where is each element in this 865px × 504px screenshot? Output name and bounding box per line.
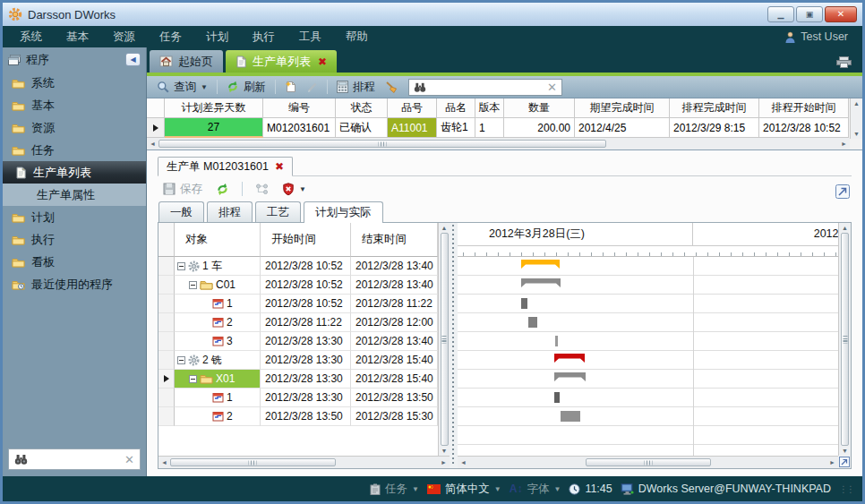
detail-tab-3[interactable]: 计划与实际 bbox=[304, 201, 383, 223]
collapse-expander-icon[interactable] bbox=[177, 356, 185, 364]
sidebar-item-7[interactable]: 执行 bbox=[3, 228, 146, 251]
minimize-button[interactable]: ▁ bbox=[767, 6, 794, 22]
menu-item-1[interactable]: 基本 bbox=[56, 27, 98, 47]
tree-horizontal-scrollbar[interactable]: ◄ ► bbox=[158, 456, 450, 468]
row-selector[interactable] bbox=[147, 118, 165, 138]
tree-column-header-0[interactable]: 对象 bbox=[175, 223, 261, 257]
close-tab-icon[interactable]: ✖ bbox=[318, 56, 327, 68]
scroll-right-icon[interactable]: ► bbox=[826, 459, 838, 466]
tab-0[interactable]: 起始页 bbox=[150, 50, 223, 73]
hierarchy-button[interactable] bbox=[252, 182, 272, 196]
gantt-popout-corner[interactable] bbox=[838, 456, 851, 468]
column-header-9[interactable]: 排程开始时间 bbox=[759, 98, 849, 118]
scrollbar-thumb[interactable] bbox=[441, 233, 449, 446]
column-header-0[interactable]: 计划差异天数 bbox=[165, 98, 263, 118]
clear-search-icon[interactable]: ✕ bbox=[124, 454, 134, 466]
tree-row-4[interactable]: 3 2012/3/28 13:30 2012/3/28 13:40 bbox=[158, 332, 438, 351]
sidebar-item-4[interactable]: 生产单列表 bbox=[3, 161, 146, 184]
grid-vertical-scrollbar[interactable]: ▲ ▼ bbox=[850, 98, 862, 139]
gantt-bar-task[interactable] bbox=[555, 336, 558, 346]
language-selector[interactable]: 简体中文 ▼ bbox=[427, 482, 501, 497]
detail-tab-0[interactable]: 一般 bbox=[158, 201, 204, 222]
column-header-5[interactable]: 版本 bbox=[475, 98, 504, 118]
popout-icon[interactable] bbox=[835, 184, 850, 199]
sidebar-search-input[interactable] bbox=[32, 453, 120, 466]
tab-1[interactable]: 生产单列表✖ bbox=[226, 50, 337, 73]
tree-vertical-scrollbar[interactable]: ▲ ▼ bbox=[438, 223, 450, 456]
tree-row-0[interactable]: 1 车 2012/3/28 10:52 2012/3/28 13:40 bbox=[158, 257, 438, 276]
sidebar-item-3[interactable]: 任务 bbox=[3, 139, 146, 161]
scroll-down-icon[interactable]: ▼ bbox=[839, 448, 851, 454]
collapse-sidebar-button[interactable]: ◀ bbox=[125, 53, 141, 66]
scroll-up-icon[interactable]: ▲ bbox=[439, 225, 450, 231]
scroll-up-icon[interactable]: ▲ bbox=[839, 225, 851, 231]
grid-search-input[interactable] bbox=[431, 81, 543, 93]
scrollbar-thumb[interactable] bbox=[841, 233, 849, 446]
collapse-expander-icon[interactable] bbox=[177, 262, 185, 270]
gantt-vertical-scrollbar[interactable]: ▲ ▼ bbox=[838, 223, 851, 456]
column-header-2[interactable]: 状态 bbox=[336, 98, 388, 118]
scrollbar-thumb[interactable] bbox=[170, 458, 336, 466]
tree-row-8[interactable]: 2 2012/3/28 13:50 2012/3/28 15:30 bbox=[158, 407, 438, 426]
tree-row-6[interactable]: X01 2012/3/28 13:30 2012/3/28 15:40 bbox=[158, 370, 438, 389]
user-box[interactable]: Test User bbox=[784, 30, 855, 43]
detail-refresh-button[interactable] bbox=[212, 181, 233, 198]
gantt-bar-task[interactable] bbox=[561, 411, 580, 422]
sidebar-item-2[interactable]: 资源 bbox=[3, 116, 146, 139]
tree-row-7[interactable]: 1 2012/3/28 13:30 2012/3/28 13:50 bbox=[158, 389, 438, 407]
printer-icon[interactable] bbox=[836, 56, 852, 68]
column-header-6[interactable]: 数量 bbox=[504, 98, 575, 118]
new-button[interactable] bbox=[281, 79, 300, 95]
scroll-right-icon[interactable]: ► bbox=[438, 459, 450, 466]
collapse-expander-icon[interactable] bbox=[189, 375, 197, 383]
close-detail-tab-icon[interactable]: ✖ bbox=[275, 160, 284, 173]
font-selector[interactable]: A↕ 字体 ▼ bbox=[510, 482, 561, 497]
gantt-bar-summary[interactable] bbox=[554, 354, 585, 363]
detail-tab-1[interactable]: 排程 bbox=[207, 201, 253, 222]
clean-button[interactable] bbox=[381, 79, 401, 95]
schedule-button[interactable]: 排程 bbox=[333, 78, 379, 97]
menu-item-2[interactable]: 资源 bbox=[103, 27, 145, 47]
splitter-handle[interactable] bbox=[450, 223, 458, 468]
gantt-bar-task[interactable] bbox=[521, 298, 527, 309]
scroll-left-icon[interactable]: ◄ bbox=[458, 459, 469, 466]
menu-item-4[interactable]: 计划 bbox=[196, 27, 238, 47]
validate-button[interactable]: ▼ bbox=[278, 181, 310, 198]
column-header-7[interactable]: 期望完成时间 bbox=[575, 98, 670, 118]
task-selector[interactable]: 任务 ▼ bbox=[370, 482, 419, 497]
maximize-button[interactable]: ▣ bbox=[796, 6, 823, 22]
sidebar-item-6[interactable]: 计划 bbox=[3, 206, 146, 228]
menu-item-5[interactable]: 执行 bbox=[243, 27, 285, 47]
sidebar-item-1[interactable]: 基本 bbox=[3, 94, 146, 116]
gantt-bar-summary[interactable] bbox=[554, 372, 586, 381]
sidebar-item-9[interactable]: 最近使用的程序 bbox=[3, 273, 146, 295]
edit-button[interactable] bbox=[303, 80, 321, 95]
grid-horizontal-scrollbar[interactable]: ◄ ► bbox=[147, 138, 850, 149]
tree-row-1[interactable]: C01 2012/3/28 10:52 2012/3/28 13:40 bbox=[158, 276, 438, 295]
scroll-down-icon[interactable]: ▼ bbox=[851, 131, 862, 137]
clear-grid-search-icon[interactable]: ✕ bbox=[547, 81, 557, 93]
tree-row-5[interactable]: 2 铣 2012/3/28 13:30 2012/3/28 15:40 bbox=[158, 351, 438, 370]
gantt-horizontal-scrollbar[interactable]: ◄ ► bbox=[458, 456, 838, 468]
gantt-bar-task[interactable] bbox=[528, 317, 537, 328]
table-row[interactable]: 27M012031601已确认A11001齿轮11200.002012/4/25… bbox=[147, 118, 850, 138]
scroll-left-icon[interactable]: ◄ bbox=[158, 459, 170, 466]
refresh-button[interactable]: 刷新 bbox=[223, 78, 270, 97]
scroll-left-icon[interactable]: ◄ bbox=[147, 141, 158, 147]
menu-item-0[interactable]: 系统 bbox=[10, 27, 52, 47]
tree-row-2[interactable]: 1 2012/3/28 10:52 2012/3/28 11:22 bbox=[158, 295, 438, 313]
menu-item-3[interactable]: 任务 bbox=[150, 27, 192, 47]
tree-column-header-2[interactable]: 结束时间 bbox=[351, 223, 438, 257]
collapse-expander-icon[interactable] bbox=[189, 281, 197, 289]
column-header-8[interactable]: 排程完成时间 bbox=[670, 98, 759, 118]
scroll-right-icon[interactable]: ► bbox=[838, 141, 850, 147]
sidebar-item-5[interactable]: 生产单属性 bbox=[3, 184, 146, 206]
sidebar-item-8[interactable]: 看板 bbox=[3, 251, 146, 273]
tree-row-3[interactable]: 2 2012/3/28 11:22 2012/3/28 12:00 bbox=[158, 313, 438, 332]
save-button[interactable]: 保存 bbox=[159, 180, 206, 199]
gantt-bar-task[interactable] bbox=[554, 392, 560, 403]
menu-item-6[interactable]: 工具 bbox=[289, 27, 331, 47]
tree-column-header-1[interactable]: 开始时间 bbox=[261, 223, 351, 257]
detail-tab[interactable]: 生产单 M012031601 ✖ bbox=[158, 157, 293, 176]
scroll-up-icon[interactable]: ▲ bbox=[851, 100, 862, 107]
